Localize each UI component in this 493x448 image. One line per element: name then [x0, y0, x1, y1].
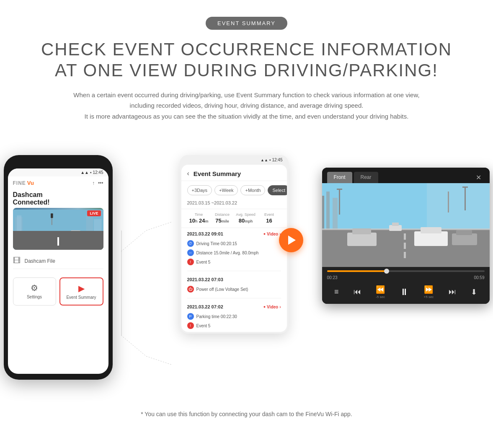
- filter-select[interactable]: Select: [268, 185, 287, 195]
- event-summary-icon: ▶: [63, 283, 100, 293]
- separator-2: [187, 298, 281, 298]
- skip-forward-icon: ⏭: [449, 287, 456, 296]
- svg-rect-3: [86, 215, 93, 233]
- phone-camera-preview: LIVE: [13, 208, 103, 250]
- stats-row: Time 10h 24m Distance 75mile Avg. Spee: [181, 209, 287, 228]
- event-group-1: 2021.03.22 09:01 ● Video › ⏱ Driving Tim…: [181, 228, 287, 268]
- progress-bar[interactable]: [327, 270, 485, 272]
- video-tab-front[interactable]: Front: [327, 172, 352, 183]
- app-time: 12:45: [272, 158, 282, 162]
- pause-icon: ⏸: [400, 287, 409, 298]
- stat-time: Time 10h 24m: [187, 212, 211, 224]
- header-section: EVENT SUMMARY CHECK EVENT OCCURRENCE INF…: [0, 0, 493, 147]
- event-group-2: 2021.03.22 07:03 ⏻ Power off (Low Voltag…: [181, 274, 287, 295]
- date-range: 2021.03.15 ~2021.03.22: [181, 199, 287, 209]
- video-link-1[interactable]: ● Video ›: [263, 232, 281, 236]
- phone-connected-title: DashcamConnected!: [8, 191, 108, 208]
- logo-vu: Vu: [27, 180, 34, 186]
- video-controls: 00:23 00:59 ≡ ⏮ ⏪ -5 sec ⏸ ⏩: [322, 267, 490, 304]
- download-icon: ⬇: [471, 287, 477, 297]
- stat-event-value: 16: [266, 218, 272, 224]
- control-buttons: ≡ ⏮ ⏪ -5 sec ⏸ ⏩ +5 sec ⏭: [327, 283, 485, 300]
- svg-rect-30: [448, 192, 449, 212]
- app-signal-icon: ▲▲: [261, 158, 268, 162]
- svg-rect-11: [35, 232, 44, 236]
- stat-event: Event 16: [258, 212, 281, 224]
- dashcam-file-item[interactable]: 🎞 Dashcam File: [13, 253, 103, 269]
- video-scene-svg: [322, 183, 490, 267]
- video-link-3[interactable]: ● Video ›: [263, 305, 281, 309]
- progress-knob[interactable]: [384, 269, 389, 274]
- hamburger-icon: ≡: [334, 287, 339, 296]
- upload-icon[interactable]: ↑: [92, 180, 95, 186]
- svg-rect-43: [456, 230, 472, 235]
- forward-button[interactable]: ⏩ +5 sec: [424, 285, 434, 299]
- rewind-icon: ⏪: [376, 285, 385, 294]
- event-detail-event-count-3: ! Event 5: [187, 321, 281, 330]
- svg-rect-39: [421, 227, 441, 233]
- menu-icon[interactable]: •••: [98, 180, 103, 186]
- stat-speed-label: Avg. Speed: [234, 212, 258, 217]
- event-date-3: 2021.03.22 07:02 ● Video ›: [187, 304, 281, 309]
- filter-week[interactable]: +Week: [214, 185, 238, 195]
- event-summary-menu-item[interactable]: ▶ Event Summary: [59, 277, 103, 306]
- svg-rect-26: [339, 189, 340, 215]
- settings-label: Settings: [27, 295, 42, 299]
- svg-rect-20: [121, 230, 122, 335]
- menu-button[interactable]: ≡: [334, 287, 339, 296]
- logo-fine: FINE: [13, 180, 26, 186]
- video-panel: Front Rear ✕: [322, 168, 490, 304]
- svg-rect-13: [70, 230, 80, 235]
- phone-mockup: ▲▲ ▪ 12:45 FINE Vu ↑ ••• DashcamConnecte…: [4, 155, 113, 380]
- app-panel-title: Event Summary: [194, 170, 241, 177]
- svg-rect-25: [333, 198, 338, 229]
- svg-rect-2: [17, 215, 21, 233]
- phone-menu: 🎞 Dashcam File: [8, 250, 108, 272]
- stat-event-label: Event: [258, 212, 281, 217]
- play-button-overlay[interactable]: [279, 228, 303, 252]
- svg-line-19: [146, 356, 171, 365]
- svg-rect-33: [404, 243, 406, 249]
- filter-month[interactable]: +Month: [240, 185, 265, 195]
- parking-icon: P: [187, 313, 194, 320]
- event-detail-drive-time: ⏱ Driving Time 00:20:15: [187, 239, 281, 248]
- filter-3days[interactable]: +3Days: [187, 185, 212, 195]
- alert-icon-1: !: [187, 259, 194, 265]
- event-detail-parking-time: P Parking time 00:22:30: [187, 312, 281, 321]
- rewind-button[interactable]: ⏪ -5 sec: [376, 285, 385, 299]
- settings-menu-item[interactable]: ⚙ Settings: [13, 277, 56, 306]
- svg-rect-34: [404, 252, 406, 258]
- phone-notch: [41, 161, 75, 165]
- connector-svg: [121, 189, 171, 398]
- video-tab-rear[interactable]: Rear: [354, 172, 378, 183]
- back-button[interactable]: ‹: [187, 170, 189, 177]
- battery-icon: ▪: [90, 170, 92, 175]
- event-list: 2021.03.22 09:01 ● Video › ⏱ Driving Tim…: [181, 228, 287, 332]
- bottom-menu: ⚙ Settings ▶ Event Summary: [8, 274, 108, 309]
- svg-rect-40: [347, 233, 377, 246]
- stat-distance: Distance 75mile: [211, 212, 234, 224]
- event-date-2: 2021.03.22 07:03: [187, 277, 281, 282]
- svg-rect-23: [322, 196, 324, 229]
- phone-header: FINE Vu ↑ •••: [8, 176, 108, 191]
- skip-back-button[interactable]: ⏮: [354, 287, 361, 296]
- stat-time-value: 10h 24m: [189, 218, 208, 224]
- skip-forward-button[interactable]: ⏭: [449, 287, 456, 296]
- app-screen: ‹ Event Summary +3Days +Week +Month Sele…: [181, 165, 287, 332]
- stat-distance-value: 75mile: [215, 218, 229, 224]
- download-button[interactable]: ⬇: [471, 287, 477, 297]
- stat-speed-value: 80mph: [239, 218, 253, 224]
- phone-time: 12:45: [93, 170, 103, 175]
- footer-note: * You can use this function by connectin…: [0, 398, 493, 434]
- play-pause-button[interactable]: ⏸: [400, 287, 409, 298]
- svg-rect-37: [392, 223, 399, 226]
- separator-1: [187, 271, 281, 271]
- main-title: CHECK EVENT OCCURRENCE INFORMATION AT ON…: [8, 39, 485, 81]
- svg-rect-32: [404, 233, 406, 240]
- stat-time-label: Time: [187, 212, 211, 217]
- svg-rect-7: [13, 233, 103, 248]
- video-close-button[interactable]: ✕: [472, 172, 485, 183]
- rewind-label: -5 sec: [376, 295, 385, 299]
- event-badge: EVENT SUMMARY: [206, 17, 287, 30]
- description-text: When a certain event occurred during dri…: [58, 90, 435, 122]
